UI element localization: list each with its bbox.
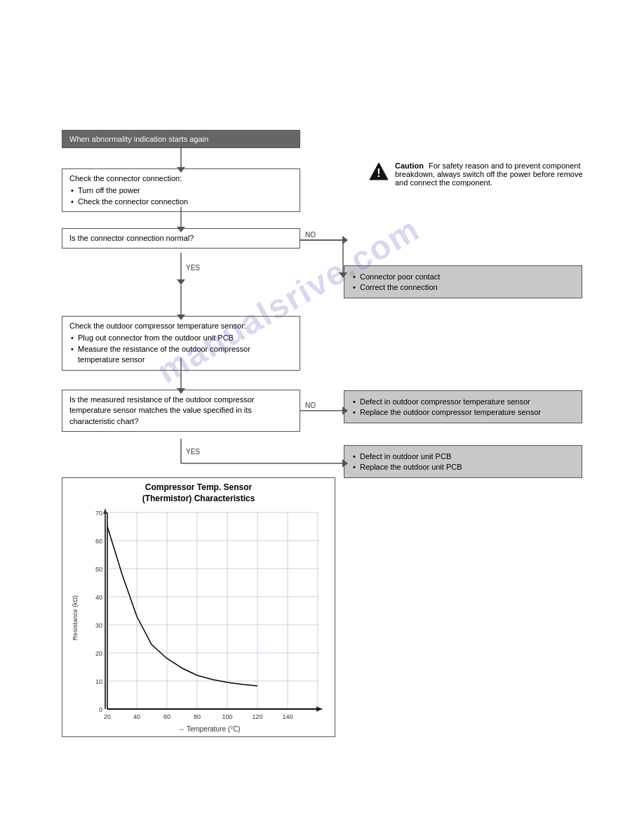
right-box-2-list: Defect in outdoor compressor temperature…	[351, 397, 575, 418]
svg-text:→ Temperature (°C): → Temperature (°C)	[177, 725, 240, 733]
svg-text:20: 20	[104, 713, 111, 720]
svg-text:40: 40	[133, 713, 140, 720]
svg-text:70: 70	[95, 510, 102, 517]
check-connector-item-1: Turn off the power	[69, 185, 293, 196]
svg-text:60: 60	[95, 538, 102, 545]
svg-text:40: 40	[95, 594, 102, 601]
check-connector-title: Check the connector connection:	[69, 173, 293, 184]
check-connector-list: Turn off the power Check the connector c…	[69, 185, 293, 207]
right-box-1-item-1: Connector poor contact	[351, 272, 575, 282]
chart-container: Compressor Temp. Sensor (Thermistor) Cha…	[62, 477, 335, 737]
svg-text:60: 60	[163, 713, 170, 720]
right-box-3-list: Defect in outdoor unit PCB Replace the o…	[351, 451, 575, 473]
svg-text:!: !	[377, 167, 380, 179]
svg-text:50: 50	[95, 566, 102, 573]
caution-box: ! Caution For safety reason and to preve…	[368, 161, 593, 187]
check-sensor-item-2: Measure the resistance of the outdoor co…	[69, 344, 293, 366]
check-sensor-box: Check the outdoor compressor temperature…	[62, 316, 300, 371]
right-box-2-item-2: Replace the outdoor compressor temperatu…	[351, 407, 575, 418]
svg-text:YES: YES	[186, 448, 200, 456]
question2-text: Is the measured resistance of the outdoo…	[69, 395, 255, 425]
question1-text: Is the connector connection normal?	[69, 234, 194, 242]
svg-marker-8	[177, 279, 185, 285]
svg-text:120: 120	[252, 713, 262, 720]
right-box-3-item-2: Replace the outdoor unit PCB	[351, 462, 575, 472]
right-box-3: Defect in outdoor unit PCB Replace the o…	[344, 445, 582, 478]
check-sensor-title: Check the outdoor compressor temperature…	[69, 321, 293, 331]
right-box-1: Connector poor contact Correct the conne…	[344, 265, 582, 298]
right-box-1-item-2: Correct the connection	[351, 282, 575, 293]
check-sensor-item-1: Plug out connector from the outdoor unit…	[69, 333, 293, 343]
svg-text:20: 20	[95, 650, 102, 657]
caution-text: For safety reason and to prevent compone…	[395, 161, 583, 187]
right-box-3-item-1: Defect in outdoor unit PCB	[351, 451, 575, 462]
caution-label: Caution	[395, 161, 424, 170]
svg-text:10: 10	[95, 678, 102, 685]
svg-marker-10	[342, 236, 348, 244]
chart-svg: 0 10 20 30 40 50 60 70 20 40 60 80 100 1…	[69, 505, 328, 737]
svg-text:30: 30	[95, 622, 102, 629]
check-connector-box: Check the connector connection: Turn off…	[62, 168, 300, 212]
svg-text:Resistance (kΩ): Resistance (kΩ)	[72, 595, 79, 640]
check-sensor-list: Plug out connector from the outdoor unit…	[69, 333, 293, 365]
start-box: When abnormality indication starts again	[62, 130, 300, 148]
page: When abnormality indication starts again…	[0, 0, 644, 834]
right-box-2: Defect in outdoor compressor temperature…	[344, 390, 582, 423]
svg-text:80: 80	[194, 713, 201, 720]
svg-text:0: 0	[99, 706, 102, 713]
svg-text:NO: NO	[305, 231, 316, 239]
svg-text:140: 140	[282, 713, 293, 720]
svg-text:YES: YES	[186, 264, 200, 272]
chart-title: Compressor Temp. Sensor (Thermistor) Cha…	[62, 478, 335, 505]
question1-box: Is the connector connection normal?	[62, 228, 300, 249]
svg-marker-62	[103, 508, 107, 514]
check-connector-item-2: Check the connector connection	[69, 197, 293, 207]
right-box-1-list: Connector poor contact Correct the conne…	[351, 272, 575, 293]
right-box-2-item-1: Defect in outdoor compressor temperature…	[351, 397, 575, 407]
caution-icon: !	[368, 161, 389, 181]
svg-text:100: 100	[222, 713, 232, 720]
question2-box: Is the measured resistance of the outdoo…	[62, 390, 300, 432]
svg-text:NO: NO	[305, 402, 316, 409]
start-box-label: When abnormality indication starts again	[62, 130, 300, 148]
